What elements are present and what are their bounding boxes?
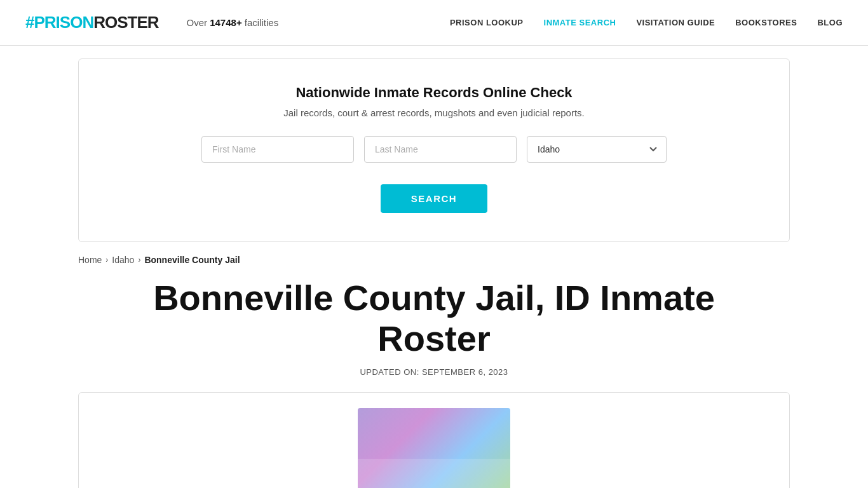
facilities-count: 14748+: [210, 17, 241, 28]
search-form: Idaho Alabama Alaska Arizona Arkansas Ca…: [117, 136, 751, 213]
facilities-suffix: facilities: [242, 17, 279, 28]
search-widget: Nationwide Inmate Records Online Check J…: [78, 58, 790, 242]
main-content: Nationwide Inmate Records Online Check J…: [0, 58, 868, 488]
nav-inmate-search[interactable]: INMATE SEARCH: [544, 18, 616, 27]
nav-prison-lookup[interactable]: PRISON LOOKUP: [450, 18, 524, 27]
logo-prison: PRISON: [34, 13, 93, 32]
breadcrumb-chevron-1: ›: [105, 255, 108, 264]
page-title: Bonneville County Jail, ID Inmate Roster: [104, 278, 764, 360]
page-title-section: Bonneville County Jail, ID Inmate Roster…: [78, 278, 790, 377]
breadcrumb-state[interactable]: Idaho: [112, 255, 134, 265]
last-name-input[interactable]: [364, 136, 517, 163]
state-select[interactable]: Idaho Alabama Alaska Arizona Arkansas Ca…: [527, 136, 667, 163]
first-name-input[interactable]: [201, 136, 354, 163]
facilities-prefix: Over: [187, 17, 210, 28]
updated-on: UPDATED ON: SEPTEMBER 6, 2023: [104, 367, 764, 377]
breadcrumb-current: Bonneville County Jail: [144, 255, 240, 265]
site-logo[interactable]: #PRISONROSTER: [25, 13, 159, 32]
breadcrumb: Home › Idaho › Bonneville County Jail: [78, 255, 790, 265]
content-image: [358, 408, 510, 488]
nav-blog[interactable]: BLOG: [817, 18, 843, 27]
search-button-row: SEARCH: [117, 184, 751, 213]
facilities-count-text: Over 14748+ facilities: [187, 17, 279, 28]
main-nav: PRISON LOOKUP INMATE SEARCH VISITATION G…: [450, 18, 843, 27]
search-widget-subtitle: Jail records, court & arrest records, mu…: [117, 107, 751, 118]
breadcrumb-chevron-2: ›: [138, 255, 140, 264]
nav-visitation-guide[interactable]: VISITATION GUIDE: [636, 18, 715, 27]
logo-hash: #: [25, 13, 34, 32]
logo-roster: ROSTER: [93, 13, 158, 32]
site-header: #PRISONROSTER Over 14748+ facilities PRI…: [0, 0, 868, 46]
search-button[interactable]: SEARCH: [381, 184, 487, 213]
search-widget-title: Nationwide Inmate Records Online Check: [117, 85, 751, 101]
content-card: [78, 392, 790, 488]
breadcrumb-home[interactable]: Home: [78, 255, 102, 265]
nav-bookstores[interactable]: BOOKSTORES: [735, 18, 797, 27]
